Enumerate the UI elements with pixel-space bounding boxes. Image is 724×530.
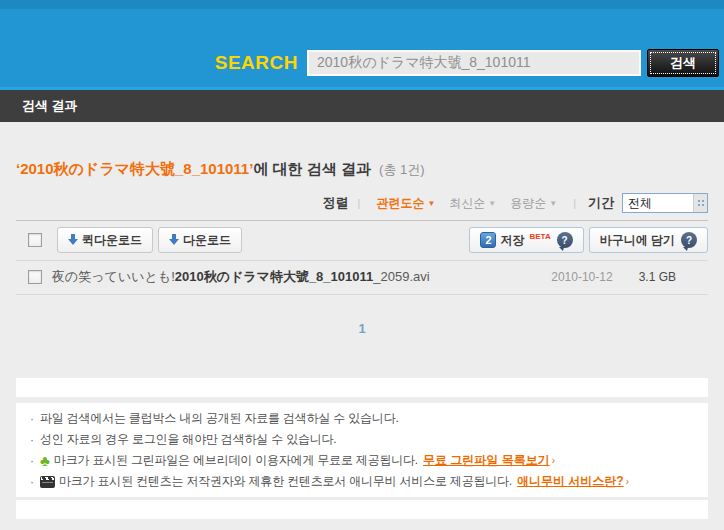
bullet: · [30, 454, 34, 468]
save-2-icon: 2 [480, 232, 496, 248]
basket-label: 바구니에 담기 [600, 232, 675, 249]
list-item: · 성인 자료의 경우 로그인을 해야만 검색하실 수 있습니다. [30, 429, 694, 450]
sort-row: 정렬 | 관련도순 ▼ 최신순 ▼ 용량순 ▼ | 기간 전체 [16, 193, 708, 213]
pagination: 1 [16, 321, 708, 336]
chevron-down-icon: ▼ [427, 199, 435, 208]
page-number-1[interactable]: 1 [358, 321, 365, 336]
download-button[interactable]: 다운로드 [158, 227, 242, 253]
table-toolbar: 퀵다운로드 다운로드 2 저장 BETA ? 바구니에 담기 ? [16, 221, 708, 261]
period-select[interactable]: 전체 [622, 193, 708, 213]
clapperboard-icon [40, 476, 55, 488]
download-label: 다운로드 [183, 232, 231, 249]
download-arrow-icon [169, 234, 179, 246]
help-icon: ? [681, 232, 697, 248]
sort-option-label: 최신순 [449, 195, 485, 212]
list-item: · ♣ 마크가 표시된 그린파일은 에브리데이 이용자에게 무료로 제공됩니다.… [30, 450, 694, 471]
section-bar: 검색 결과 [0, 90, 724, 122]
sort-option-newest[interactable]: 최신순 ▼ [449, 195, 496, 212]
row-checkbox[interactable] [28, 270, 42, 284]
add-to-basket-button[interactable]: 바구니에 담기 ? [589, 227, 708, 253]
link-arrow-icon: › [626, 476, 629, 487]
sort-option-label: 관련도순 [376, 195, 424, 212]
sort-option-size[interactable]: 용량순 ▼ [510, 195, 557, 212]
note-text: 마크가 표시된 그린파일은 에브리데이 이용자에게 무료로 제공됩니다. [54, 452, 418, 469]
search-brand-label: SEARCH [215, 52, 298, 74]
select-all-checkbox[interactable] [28, 233, 42, 247]
file-date: 2010-10-12 [551, 270, 612, 284]
divider: | [358, 197, 361, 209]
list-item: · 마크가 표시된 컨텐츠는 저작권자와 제휴한 컨텐츠로서 애니무비 서비스로… [30, 471, 694, 492]
section-title: 검색 결과 [22, 97, 78, 115]
animovie-service-link[interactable]: 애니무비 서비스란? [517, 473, 624, 490]
sort-label: 정렬 [323, 194, 349, 212]
toolbar-left: 퀵다운로드 다운로드 [28, 227, 242, 253]
search-query-text: ‘2010秋のドラマ特大號_8_101011’ [16, 160, 253, 177]
toolbar-right: 2 저장 BETA ? 바구니에 담기 ? [469, 227, 708, 253]
divider: | [573, 197, 576, 209]
chevron-down-icon: ▼ [549, 199, 557, 208]
result-title-suffix: 에 대한 검색 결과 [253, 160, 371, 177]
green-clover-icon: ♣ [40, 453, 50, 468]
bullet: · [30, 412, 34, 426]
quick-download-button[interactable]: 퀵다운로드 [57, 227, 153, 253]
result-table: 퀵다운로드 다운로드 2 저장 BETA ? 바구니에 담기 ? [16, 220, 708, 295]
footer-notice-box: · 파일 검색에서는 클럽박스 내의 공개된 자료를 검색하실 수 있습니다. … [16, 403, 708, 497]
select-grip-icon [693, 194, 707, 212]
file-name-match: 2010秋のドラマ特大號_8_101011 [175, 269, 374, 284]
help-icon: ? [557, 232, 573, 248]
result-count: (총 1건) [379, 162, 425, 177]
banner-strip [16, 378, 708, 397]
download-arrow-icon [68, 234, 78, 246]
green-file-list-link[interactable]: 무료 그린파일 목록보기 [423, 452, 550, 469]
note-text: 마크가 표시된 컨텐츠는 저작권자와 제휴한 컨텐츠로서 애니무비 서비스로 제… [59, 473, 512, 490]
search-bar: SEARCH 검색 [215, 49, 719, 77]
file-name-suffix: _2059.avi [373, 269, 429, 284]
main-content: ‘2010秋のドラマ特大號_8_101011’에 대한 검색 결과 (총 1건)… [0, 160, 724, 519]
sort-option-label: 용량순 [510, 195, 546, 212]
quick-download-label: 퀵다운로드 [82, 232, 142, 249]
note-text: 성인 자료의 경우 로그인을 해야만 검색하실 수 있습니다. [40, 431, 336, 448]
period-selected-value: 전체 [628, 195, 652, 212]
link-arrow-icon: › [552, 455, 555, 466]
search-button[interactable]: 검색 [647, 49, 719, 77]
list-item: · 파일 검색에서는 클럽박스 내의 공개된 자료를 검색하실 수 있습니다. [30, 408, 694, 429]
file-name-prefix: 夜の笑っていいとも! [52, 269, 175, 284]
chevron-down-icon: ▼ [488, 199, 496, 208]
file-size: 3.1 GB [639, 270, 676, 284]
result-title: ‘2010秋のドラマ特大號_8_101011’에 대한 검색 결과 (총 1건) [16, 160, 708, 179]
file-name-link[interactable]: 夜の笑っていいとも!2010秋のドラマ特大號_8_101011_2059.avi [52, 268, 551, 286]
bullet: · [30, 475, 34, 489]
period-label: 기간 [588, 194, 614, 212]
banner-strip [16, 500, 708, 519]
bullet: · [30, 433, 34, 447]
note-text: 파일 검색에서는 클럽박스 내의 공개된 자료를 검색하실 수 있습니다. [40, 410, 399, 427]
site-header: SEARCH 검색 [0, 0, 724, 90]
beta-badge: BETA [529, 232, 550, 241]
search-input[interactable] [307, 50, 641, 76]
save-button[interactable]: 2 저장 BETA ? [469, 227, 583, 253]
save-label: 저장 [500, 232, 524, 249]
sort-option-relevance[interactable]: 관련도순 ▼ [376, 195, 435, 212]
table-row: 夜の笑っていいとも!2010秋のドラマ特大號_8_101011_2059.avi… [16, 261, 708, 295]
